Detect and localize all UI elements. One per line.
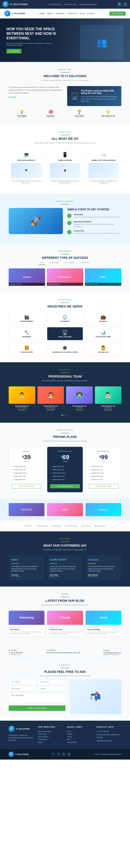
site-name: IT SOLUTIONS [10,3,28,6]
pricing-pro-btn[interactable]: GET STARTED TODAY [50,484,80,488]
industry-university-icon: 🎓 [49,345,81,350]
portfolio-label-2: PROJECT TITLE 02 [48,284,82,285]
nav-home[interactable]: HOME [39,12,45,14]
nav-services[interactable]: SERVICES [56,12,64,14]
stat-value-icon: ⭐ [95,110,122,114]
team-dot-2[interactable] [64,414,66,416]
portfolio-label-1: PROJECT TITLE 01 [10,284,44,285]
social-facebook-icon[interactable]: f [51,752,55,756]
stat-goal-icon: 🎯 [38,110,64,114]
industry-spa[interactable]: 💆 SPA AND GYM [85,342,121,356]
service-cloud-image: ☁️ [88,163,119,178]
industry-entertainment-label: ENTERTAINMENT [11,320,43,322]
partner-gatsby: ❖ gatsby [52,525,61,527]
steps-illustration-col: 🚀 [9,208,63,234]
blog-title: LATEST FROM OUR BLOG [9,599,121,602]
contact-name-input[interactable] [9,679,36,684]
nav-cta-button[interactable]: GET STARTED [110,11,126,16]
footer-service-4[interactable]: IT Consulting [38,738,63,741]
footer-link-5[interactable]: Privacy Policy [67,741,92,744]
service-mobile-desc: Beautiful mobile applications for iOS an… [50,180,80,184]
portfolio-item-2[interactable]: Development PROJECT TITLE 02 [47,269,83,286]
pricing-desc: Choose the plan that works best for you … [21,440,108,442]
portfolio-tab-lifestyle[interactable]: LIFESTYLE [79,261,91,265]
portfolio-tab-software[interactable]: SOFTWARE [63,261,76,265]
footer-link-3[interactable]: Pricing [67,736,92,739]
testimonials-divider [61,541,69,542]
social-twitter-icon[interactable]: t [56,752,60,756]
blog-post-1[interactable]: Networking January 15, 2024 Networking L… [9,611,44,637]
nav-blog[interactable]: BLOG [80,12,85,14]
welcome-desc: IT Solution is group-funded pioneers in … [21,79,108,82]
stat-vision-icon: 💡 [9,110,35,114]
portfolio-tab-all[interactable]: ALL [39,261,45,265]
industry-engineers[interactable]: 🔧 ENGINEERS [9,327,45,340]
partners-photos-strip: Team Photo Office Meeting [0,499,130,521]
blog-post-2[interactable]: IT Guide January 20, 2024 IT Solutions G… [47,611,83,637]
industry-entertainment[interactable]: 🎬 ENTERTAINMENT [9,312,45,325]
service-web: 💻 WEB DEVELOPMENT 🖥️ We build stunning, … [9,149,44,188]
portfolio-item-3[interactable]: Mobile PROJECT TITLE 03 [85,269,121,286]
social-linkedin-icon[interactable]: in [62,752,66,756]
portfolio-tag: OUR WORK [9,250,121,252]
industry-jobs[interactable]: 🖥️ FIND A JOB HERE [47,327,83,340]
nav-logo: S IT SOLUTIONS [4,10,25,17]
pricing-ent-btn[interactable]: GET STARTED TODAY [89,484,119,489]
nav-portfolio[interactable]: PORTFOLIO [67,12,77,14]
welcome-grid: IT Solution to give trusted services in … [9,86,121,106]
testimonial-1: eliipze ★★★★★ Lorem ipsum dolor sit amet… [9,556,44,580]
blog-img-3: Cloud [86,611,121,625]
contact-phone-input[interactable] [9,686,36,691]
industry-food[interactable]: 🍔 FOOD INDUSTRY [9,342,45,356]
nav-contact[interactable]: CONTACT [87,12,95,14]
nav-about[interactable]: ABOUT [47,12,53,14]
team-dot-1[interactable] [61,414,63,416]
social-instagram-icon[interactable]: ig [67,752,71,756]
hero-subtitle: We provide innovative IT services and bu… [6,42,54,46]
footer-service-5[interactable]: Support [38,741,63,744]
testimonial-2: CLARO STUDIO ★★★★★ Lorem ipsum dolor sit… [47,556,83,580]
contact-submit-button[interactable]: SEND YOUR MESSAGE [9,706,66,711]
services-tag: SERVICES [9,131,121,133]
pricing-basic: BASIC $39 / month Feature Item One Featu… [9,447,44,492]
industry-accounting[interactable]: 📊 ACCOUNTING FIRMS [85,327,121,340]
footer-service-1[interactable]: Web Development [38,730,63,733]
testimonials-tag: REVIEWS [9,538,121,540]
testimonial-stars-3: ★★★★★ [88,563,119,565]
team-dot-3[interactable] [67,414,69,416]
blog-post-3[interactable]: Cloud January 25, 2024 Cloud Computing L… [86,611,121,637]
footer-link-4[interactable]: FAQ [67,738,92,741]
testimonial-role-3: Director, Canvas [88,576,119,577]
welcome-section: ABOUT US WELCOME TO IT SOLUTIONS IT Solu… [0,62,130,125]
industry-university[interactable]: 🎓 UNIVERSITY & COLLEGE SYSTEM [47,342,83,356]
portfolio-item-1[interactable]: Software PROJECT TITLE 01 [9,269,45,286]
contact-email-input[interactable] [38,679,66,684]
industry-business[interactable]: 💼 BUSINESS [85,312,121,325]
pricing-ent-features: Feature Item One Feature Item Two Featur… [89,465,119,481]
services-grid: 💻 WEB DEVELOPMENT 🖥️ We build stunning, … [9,149,121,188]
industry-attorneys[interactable]: ⚖️ ATTORNEYS [47,312,83,325]
logo-icon: S [3,1,9,7]
steps-section: HOW IT WORKS 🚀 SIMPLE STEPS TO GET START… [0,194,130,244]
contact-subject-input[interactable] [38,686,66,691]
hero-title: HOW YOU SEIZE THE SPACE BETWEEN NEXT AND… [6,27,67,40]
team-role-4: Marketing [95,407,122,409]
footer-service-2[interactable]: Mobile Apps [38,733,63,736]
feature-pro-3: Feature Item Three [50,471,80,475]
hero-cta-button[interactable]: Get Started [6,49,21,54]
cart-icon[interactable]: 🛒 [123,2,127,6]
footer-link-1[interactable]: Home [67,730,92,733]
pricing-basic-btn[interactable]: GET STARTED TODAY [11,484,41,489]
footer-service-3[interactable]: Cloud Solutions [38,736,63,739]
footer-link-2[interactable]: Portfolio [67,733,92,736]
portfolio-tab-featured[interactable]: FEATURED [48,261,60,265]
industry-university-label: UNIVERSITY & COLLEGE SYSTEM [49,351,81,353]
service-mobile-title: MOBILE DESIGN [50,159,80,161]
search-icon[interactable]: 🔍 [118,2,122,6]
welcome-right-col: 🖥️ The Road to success starts with takin… [67,86,121,106]
industry-engineers-icon: 🔧 [11,330,43,335]
contact-message-input[interactable] [9,693,66,704]
nav-logo-text: IT SOLUTIONS [12,12,25,14]
learn-more-link[interactable]: Learn More [9,96,16,98]
feature-basic-4: Feature Item Four [11,475,41,478]
